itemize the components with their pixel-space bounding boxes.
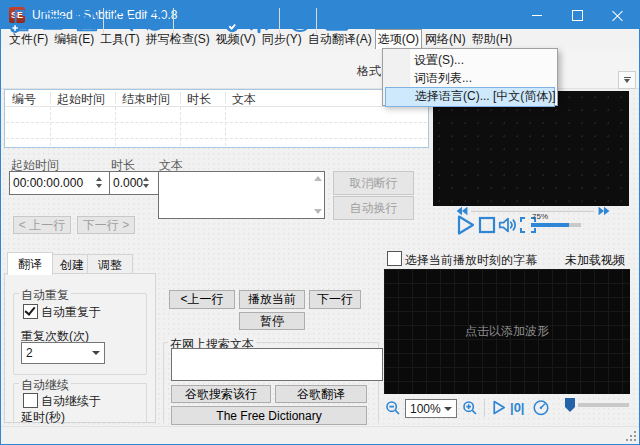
grid-line	[115, 107, 116, 146]
duration-spinner[interactable]	[140, 172, 152, 192]
pause-button[interactable]: 暂停	[239, 312, 305, 330]
maximize-icon	[572, 10, 583, 21]
scroll-down-icon[interactable]	[314, 209, 322, 214]
column-duration[interactable]: 时长	[187, 91, 211, 108]
help-icon	[287, 8, 313, 34]
tab-translate[interactable]: 翻译	[7, 252, 53, 275]
grip-dot	[630, 439, 632, 441]
options-menu-popup: 设置(S)... 词语列表... 选择语言(C)... [中文(简体)]	[382, 48, 558, 106]
layout-split-icon	[323, 7, 351, 35]
new-file-button[interactable]	[6, 6, 36, 36]
menu-item-word-lists[interactable]: 词语列表...	[385, 69, 555, 87]
menu-network[interactable]: 网络(N)	[422, 29, 469, 49]
free-dictionary-button[interactable]: The Free Dictionary	[171, 406, 367, 425]
format-label: 格式	[357, 63, 381, 80]
auto-continue-checkbox[interactable]	[23, 393, 38, 408]
menu-help[interactable]: 帮助(H)	[469, 29, 516, 49]
column-divider	[180, 92, 181, 104]
menu-item-settings[interactable]: 设置(S)...	[385, 51, 555, 69]
seek-forward-button[interactable]	[598, 206, 610, 216]
column-end-time[interactable]: 结束时间	[122, 91, 170, 108]
toolbar-separator	[316, 8, 317, 34]
volume-fill	[531, 223, 569, 227]
scroll-up-icon[interactable]	[314, 176, 322, 181]
column-number[interactable]: 编号	[12, 91, 36, 108]
help-button[interactable]	[285, 6, 315, 36]
play-from-start-button[interactable]: |0|	[510, 400, 525, 415]
subtitle-list-header: 编号 起始时间 结束时间 时长 文本	[5, 90, 428, 107]
settings-button[interactable]	[244, 6, 274, 36]
video-display	[433, 91, 629, 206]
play-current-button[interactable]: 播放当前	[239, 290, 305, 309]
replace-button[interactable]	[140, 6, 170, 36]
grid-line	[6, 122, 427, 123]
open-file-button[interactable]	[39, 6, 69, 36]
minimize-button[interactable]	[517, 1, 557, 29]
gear-icon	[245, 7, 273, 35]
start-time-spinner[interactable]	[92, 172, 105, 192]
stop-icon	[478, 216, 496, 234]
auto-repeat-checkbox[interactable]	[23, 304, 38, 319]
column-divider	[50, 92, 51, 104]
duration-input[interactable]: 0.000	[109, 171, 161, 195]
waveform-zoom-in-button[interactable]	[462, 400, 478, 416]
unbreak-button[interactable]: 取消断行	[333, 171, 414, 195]
waveform-area[interactable]: 点击以添加波形	[384, 269, 630, 394]
prev-line-play-button[interactable]: <上一行	[169, 290, 235, 309]
subtitle-list[interactable]: 编号 起始时间 结束时间 时长 文本	[4, 89, 429, 148]
visual-sync-button[interactable]	[179, 6, 209, 36]
web-search-input[interactable]	[171, 348, 383, 381]
next-line-play-button[interactable]: 下一行	[309, 290, 361, 309]
menu-item-choose-language[interactable]: 选择语言(C)... [中文(简体)]	[385, 87, 555, 107]
overflow-bar-icon	[624, 77, 631, 78]
resize-grip[interactable]	[626, 431, 636, 441]
stop-button[interactable]	[478, 216, 496, 234]
google-translate-button[interactable]: 谷歌翻译	[275, 385, 367, 403]
repeat-count-value: 2	[26, 346, 33, 360]
close-button[interactable]	[597, 1, 637, 29]
select-current-subtitle-checkbox[interactable]	[387, 251, 402, 266]
tab-adjust[interactable]: 调整	[87, 254, 133, 275]
subtitle-text-area[interactable]	[158, 171, 325, 219]
mute-button[interactable]	[497, 214, 519, 236]
grip-dot	[626, 439, 628, 441]
refresh-icon	[142, 8, 168, 34]
auto-wrap-button[interactable]: 自动换行	[333, 196, 414, 220]
column-divider	[115, 92, 116, 104]
grid-line	[180, 107, 181, 146]
save-button[interactable]	[72, 6, 102, 36]
close-icon	[612, 10, 623, 21]
slider-track[interactable]	[578, 403, 629, 407]
duration-value: 0.000	[113, 176, 143, 190]
column-text[interactable]: 文本	[232, 91, 256, 108]
play-button[interactable]	[453, 213, 477, 237]
next-line-button[interactable]: 下一行 >	[77, 216, 135, 234]
grip-dot	[634, 439, 636, 441]
column-start-time[interactable]: 起始时间	[57, 91, 105, 108]
waveform-position-slider[interactable]	[564, 397, 576, 413]
grip-dot	[634, 435, 636, 437]
play-icon	[453, 213, 477, 237]
play-icon	[490, 399, 507, 416]
repeat-count-select[interactable]: 2	[21, 342, 105, 364]
slider-pin-icon	[564, 397, 576, 413]
auto-continue-group-label: 自动继续	[19, 377, 71, 394]
prev-line-button[interactable]: < 上一行	[13, 216, 71, 234]
waveform-zoom-select[interactable]: 100%	[405, 399, 457, 418]
toolbar-overflow-button[interactable]	[618, 71, 636, 89]
waveform-play-button[interactable]	[490, 399, 507, 416]
waveform-zoom-out-button[interactable]	[385, 400, 401, 416]
maximize-button[interactable]	[557, 1, 597, 29]
open-folder-icon	[41, 8, 67, 34]
layout-button[interactable]	[322, 6, 352, 36]
overflow-arrow-icon	[624, 79, 630, 83]
column-divider	[225, 92, 226, 104]
find-button[interactable]	[108, 6, 138, 36]
zoom-in-icon	[462, 400, 478, 416]
new-file-icon	[8, 8, 34, 34]
google-search-line-button[interactable]: 谷歌搜索该行	[171, 385, 271, 403]
status-bar	[1, 426, 639, 444]
app-window: SE Untitled - Subtitle Edit 4.0.8 文件(F) …	[0, 0, 640, 445]
playback-speed-button[interactable]	[532, 398, 550, 416]
spell-check-button[interactable]	[212, 6, 242, 36]
